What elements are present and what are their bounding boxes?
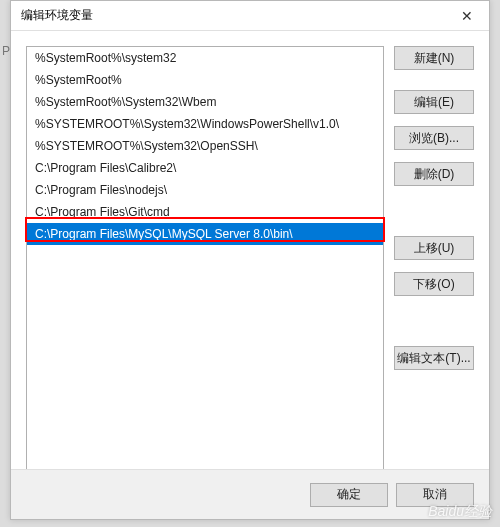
browse-button[interactable]: 浏览(B)... <box>394 126 474 150</box>
dialog-title: 编辑环境变量 <box>21 7 93 24</box>
edit-text-button[interactable]: 编辑文本(T)... <box>394 346 474 370</box>
delete-button[interactable]: 删除(D) <box>394 162 474 186</box>
path-listbox[interactable]: %SystemRoot%\system32 %SystemRoot% %Syst… <box>26 46 384 471</box>
new-button[interactable]: 新建(N) <box>394 46 474 70</box>
side-button-column: 新建(N) 编辑(E) 浏览(B)... 删除(D) 上移(U) 下移(O) 编… <box>394 46 474 370</box>
list-item[interactable]: %SystemRoot%\system32 <box>27 47 383 69</box>
edit-env-var-dialog: 编辑环境变量 ✕ %SystemRoot%\system32 %SystemRo… <box>10 0 490 520</box>
titlebar: 编辑环境变量 ✕ <box>11 1 489 31</box>
move-down-button[interactable]: 下移(O) <box>394 272 474 296</box>
close-icon: ✕ <box>461 8 473 24</box>
list-item[interactable]: %SystemRoot% <box>27 69 383 91</box>
list-item[interactable]: %SystemRoot%\System32\Wbem <box>27 91 383 113</box>
cancel-button[interactable]: 取消 <box>396 483 474 507</box>
list-item[interactable]: %SYSTEMROOT%\System32\OpenSSH\ <box>27 135 383 157</box>
dialog-content: %SystemRoot%\system32 %SystemRoot% %Syst… <box>11 31 489 469</box>
list-item[interactable]: C:\Program Files\Git\cmd <box>27 201 383 223</box>
dialog-bottom-bar: 确定 取消 <box>11 469 489 519</box>
list-item[interactable]: C:\Program Files\nodejs\ <box>27 179 383 201</box>
list-item[interactable]: C:\Program Files\Calibre2\ <box>27 157 383 179</box>
list-item[interactable]: %SYSTEMROOT%\System32\WindowsPowerShell\… <box>27 113 383 135</box>
list-item-selected[interactable]: C:\Program Files\MySQL\MySQL Server 8.0\… <box>27 223 383 245</box>
move-up-button[interactable]: 上移(U) <box>394 236 474 260</box>
ok-button[interactable]: 确定 <box>310 483 388 507</box>
edit-button[interactable]: 编辑(E) <box>394 90 474 114</box>
close-button[interactable]: ✕ <box>444 1 489 31</box>
